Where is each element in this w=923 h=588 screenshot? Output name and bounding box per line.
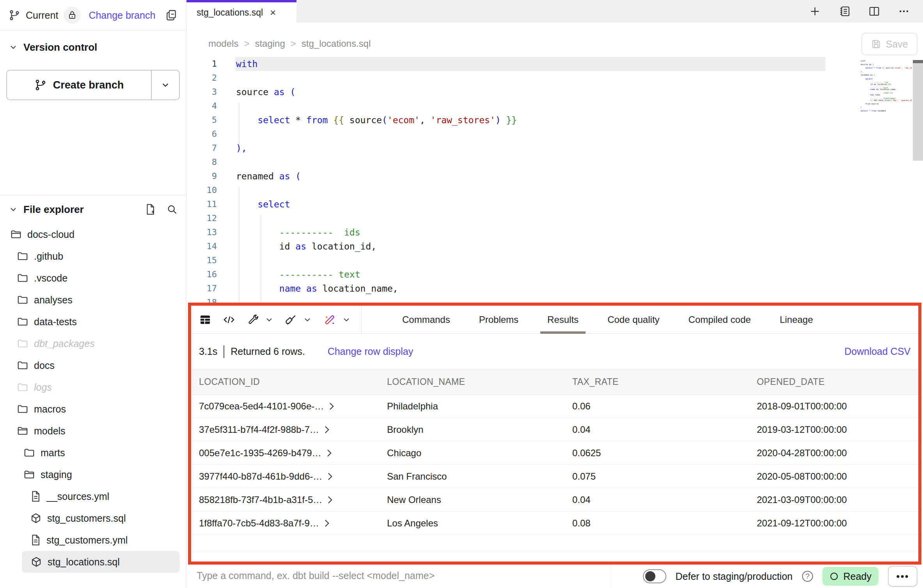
- file-item-label: dbt_packages: [34, 338, 95, 349]
- file-item-dbt_packages[interactable]: dbt_packages: [0, 333, 186, 354]
- code-line-3[interactable]: 3source as (: [186, 85, 923, 99]
- help-icon[interactable]: ?: [802, 571, 813, 582]
- file-item-.github[interactable]: .github: [0, 245, 186, 267]
- file-item-analyses[interactable]: analyses: [0, 289, 186, 311]
- download-csv-link[interactable]: Download CSV: [844, 346, 911, 357]
- change-branch-link[interactable]: Change branch: [89, 10, 155, 21]
- version-control-header[interactable]: Version control: [0, 39, 186, 56]
- results-tab-results[interactable]: Results: [547, 306, 579, 334]
- code-line-15[interactable]: 15: [186, 253, 923, 267]
- breadcrumb-models[interactable]: models: [208, 38, 238, 49]
- code-line-7[interactable]: 7),: [186, 141, 923, 155]
- tab-stg-locations[interactable]: stg_locations.sql ×: [186, 0, 296, 23]
- chevron-down-icon[interactable]: [303, 315, 312, 324]
- chevron-down-icon: [160, 80, 170, 90]
- table-cell[interactable]: 1f8ffa70-7cb5-4d83-8a7f-9…: [191, 512, 379, 535]
- results-tab-lineage[interactable]: Lineage: [780, 306, 813, 334]
- file-item-marts[interactable]: marts: [0, 442, 186, 464]
- code-line-14[interactable]: 14 id as location_id,: [186, 239, 923, 253]
- expand-cell-icon[interactable]: [327, 496, 333, 504]
- expand-cell-icon[interactable]: [324, 425, 330, 434]
- breadcrumb-staging[interactable]: staging: [255, 38, 285, 49]
- table-cell[interactable]: 005e7e1c-1935-4269-b479…: [191, 441, 379, 464]
- file-item-macros[interactable]: macros: [0, 398, 186, 420]
- new-tab-icon[interactable]: [809, 5, 821, 17]
- copy-icon[interactable]: [165, 9, 178, 21]
- code-line-10[interactable]: 10: [186, 183, 923, 197]
- compile-code-icon[interactable]: [222, 314, 236, 326]
- table-cell[interactable]: 858218fb-73f7-4b1b-a31f-5…: [191, 488, 379, 511]
- table-cell[interactable]: 7c079cea-5ed4-4101-906e-…: [191, 395, 379, 418]
- code-line-17[interactable]: 17 name as location_name,: [186, 282, 923, 296]
- defer-toggle[interactable]: [643, 569, 666, 583]
- file-item-stg_locations.sql[interactable]: stg_locations.sql: [22, 551, 180, 573]
- editor-scrollbar[interactable]: [913, 60, 923, 161]
- file-item-__sources.yml[interactable]: __sources.yml: [0, 485, 186, 507]
- preview-table-icon[interactable]: [199, 313, 211, 326]
- expand-cell-icon[interactable]: [326, 449, 332, 457]
- create-branch-button[interactable]: Create branch: [6, 70, 180, 100]
- chevron-down-icon[interactable]: [264, 315, 274, 324]
- results-tab-problems[interactable]: Problems: [479, 306, 518, 334]
- scrollbar-thumb[interactable]: [913, 60, 923, 63]
- code-line-2[interactable]: 2: [186, 71, 923, 85]
- ai-fix-wand-icon[interactable]: [323, 313, 336, 326]
- results-tab-commands[interactable]: Commands: [402, 306, 450, 334]
- code-line-12[interactable]: 12: [186, 211, 923, 225]
- command-input[interactable]: Type a command, ex. dbt build --select <…: [197, 570, 435, 581]
- changelog-icon[interactable]: [839, 5, 850, 17]
- code-editor[interactable]: 1with2 3source as (4 5 select * from {{ …: [186, 57, 923, 303]
- file-item-docs-cloud[interactable]: docs-cloud: [0, 223, 186, 245]
- format-broom-icon[interactable]: [285, 313, 297, 326]
- file-item-logs[interactable]: logs: [0, 376, 186, 398]
- file-item-label: stg_customers.sql: [47, 513, 126, 524]
- change-row-display-link[interactable]: Change row display: [328, 346, 414, 357]
- more-options-icon[interactable]: [898, 5, 910, 17]
- table-cell[interactable]: 37e5f311-b7f4-4f2f-988b-7…: [191, 418, 379, 441]
- table-cell: 2020-04-28T00:00:00: [749, 441, 918, 464]
- build-wrench-icon[interactable]: [247, 313, 259, 326]
- code-line-5[interactable]: 5 select * from {{ source('ecom', 'raw_s…: [186, 113, 923, 127]
- code-line-16[interactable]: 16 ---------- text: [186, 267, 923, 282]
- table-row: 858218fb-73f7-4b1b-a31f-5…New Orleans0.0…: [191, 488, 918, 512]
- more-actions-button[interactable]: •••: [888, 566, 918, 587]
- ide-status-ready[interactable]: Ready: [822, 567, 879, 586]
- file-item-models[interactable]: models: [0, 420, 186, 442]
- chevron-down-icon[interactable]: [342, 315, 351, 324]
- command-bar-controls: Defer to staging/production ? Ready •••: [643, 565, 918, 588]
- save-button[interactable]: Save: [861, 33, 918, 55]
- file-item-stg_customers.yml[interactable]: stg_customers.yml: [0, 529, 186, 551]
- create-branch-dropdown[interactable]: [151, 71, 179, 99]
- new-file-icon[interactable]: [145, 204, 156, 215]
- code-line-11[interactable]: 11 select: [186, 197, 923, 211]
- file-item-data-tests[interactable]: data-tests: [0, 311, 186, 333]
- file-explorer-header[interactable]: File explorer: [0, 201, 186, 218]
- expand-cell-icon[interactable]: [324, 519, 330, 528]
- create-branch-main[interactable]: Create branch: [7, 71, 151, 99]
- file-item-stg_customers.sql[interactable]: stg_customers.sql: [0, 507, 186, 529]
- tab-close-icon[interactable]: ×: [270, 7, 276, 19]
- dbt-ide-window: Current Change branch Version control Cr…: [0, 0, 923, 588]
- expand-cell-icon[interactable]: [328, 402, 335, 411]
- minimap[interactable]: with source as ( select * from {{ source…: [861, 60, 912, 165]
- expand-cell-icon[interactable]: [327, 472, 333, 481]
- breadcrumb-file[interactable]: stg_locations.sql: [302, 38, 371, 49]
- file-item-staging[interactable]: staging: [0, 464, 186, 485]
- search-icon[interactable]: [167, 204, 178, 215]
- table-cell[interactable]: 3977f440-b87d-461b-9dd6-…: [191, 465, 379, 488]
- code-line-6[interactable]: 6: [186, 127, 923, 141]
- code-line-1[interactable]: 1with: [186, 57, 923, 71]
- table-cell: 0.04: [564, 488, 749, 511]
- folder-open-icon: [10, 228, 22, 240]
- code-line-4[interactable]: 4: [186, 99, 923, 113]
- code-line-18[interactable]: 18: [186, 296, 923, 303]
- code-line-9[interactable]: 9renamed as (: [186, 169, 923, 183]
- document-icon: [30, 534, 41, 546]
- results-tab-code-quality[interactable]: Code quality: [607, 306, 659, 334]
- split-editor-icon[interactable]: [868, 5, 880, 17]
- code-line-13[interactable]: 13 ---------- ids: [186, 225, 923, 239]
- file-item-.vscode[interactable]: .vscode: [0, 267, 186, 289]
- results-tab-compiled-code[interactable]: Compiled code: [689, 306, 751, 334]
- file-item-docs[interactable]: docs: [0, 354, 186, 376]
- code-line-8[interactable]: 8: [186, 155, 923, 169]
